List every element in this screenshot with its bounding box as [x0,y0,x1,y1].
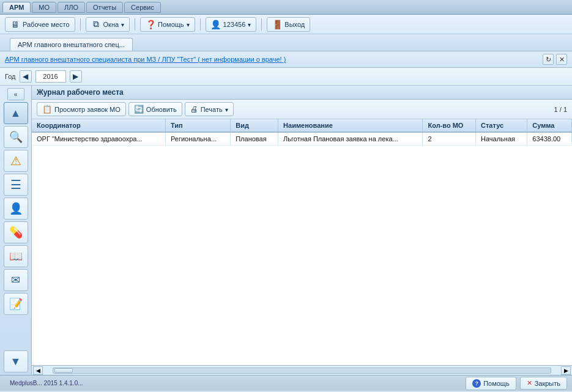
help-bottom-label: Помощь [483,380,510,387]
sidebar-notes-btn[interactable]: 📝 [4,293,28,315]
year-input[interactable] [35,70,66,83]
user-id: 123456 [223,21,246,28]
windows-chevron [121,21,124,28]
refresh-icon-btn[interactable]: ↻ [543,54,554,65]
scrollbar-track[interactable] [53,368,551,374]
sidebar-search-btn[interactable]: 🔍 [4,126,28,148]
toolbar: 📋 Просмотр заявок МО 🔄 Обновить 🖨 Печать… [32,100,572,119]
tab-mo[interactable]: МО [32,2,56,13]
menu-bar: 🖥 Рабочее место ⧉ Окна ❓ Помощь 👤 123456… [0,15,572,34]
sidebar-list-btn[interactable]: ☰ [4,174,28,196]
close-bottom-label: Закрыть [535,380,560,387]
help-bottom-btn[interactable]: ? Помощь [466,377,516,390]
sep1 [80,18,81,31]
close-bottom-icon: ✕ [527,379,532,387]
sidebar-up-btn[interactable]: ▲ [4,102,28,124]
title-bar: АРМ МО ЛЛО Отчеты Сервис [0,0,572,15]
col-name: Наименование [278,119,423,132]
sidebar-mail-btn[interactable]: ✉ [4,269,28,291]
sep3 [200,18,201,31]
refresh-label: Обновить [146,106,177,113]
windows-icon: ⧉ [91,20,101,29]
windows-label: Окна [103,21,119,28]
panel-title: Журнал рабочего места [37,88,124,97]
sidebar-down-btn[interactable]: ▼ [4,350,28,372]
sidebar-medication-btn[interactable]: 💊 [4,221,28,243]
col-amount: Сумма [527,119,572,132]
sep2 [135,18,135,31]
help-menu[interactable]: ❓ Помощь [140,17,195,32]
col-status: Статус [476,119,527,132]
help-bottom-icon: ? [472,379,481,388]
user-icon: 👤 [211,20,221,29]
table-header-row: Координатор Тип Вид Наименование Кол-во … [32,119,572,132]
sidebar-collapse-btn[interactable]: « [7,88,24,100]
scroll-left-btn[interactable]: ◀ [33,366,43,375]
bottom-bar: MedplusB... 2015 1.4.1.0... ? Помощь ✕ З… [0,375,572,391]
workplace-menu[interactable]: 🖥 Рабочее место [5,17,75,32]
sidebar: « ▲ 🔍 ⚠ ☰ 👤 💊 📖 ✉ 📝 ▼ [0,86,32,375]
refresh-btn[interactable]: 🔄 Обновить [128,102,182,116]
col-type: Тип [165,119,230,132]
tab-llo[interactable]: ЛЛО [58,2,85,13]
help-label: Помощь [158,21,184,28]
pagination: 1 / 1 [554,106,567,113]
user-chevron [248,21,251,28]
col-mo-count: Кол-во МО [423,119,476,132]
exit-btn[interactable]: 🚪 Выход [267,17,310,32]
close-icon-btn[interactable]: ✕ [556,54,567,65]
print-btn[interactable]: 🖨 Печать [185,102,234,116]
print-chevron [225,106,228,113]
year-prev-btn[interactable]: ◀ [20,70,32,83]
tab-arm[interactable]: АРМ [2,2,31,12]
exit-icon: 🚪 [272,20,282,29]
print-label: Печать [201,106,223,113]
table-cell: Региональна... [165,132,230,146]
exit-label: Выход [284,21,305,28]
help-chevron [187,21,190,28]
sidebar-book-btn[interactable]: 📖 [4,245,28,267]
view-mo-label: Просмотр заявок МО [54,106,121,113]
table-cell: ОРГ "Министерство здравоохра... [32,132,165,146]
year-bar: Год ◀ ▶ [0,68,572,86]
scrollbar-area: ◀ ▶ [32,365,572,375]
sidebar-warning-btn[interactable]: ⚠ [4,150,28,172]
windows-menu[interactable]: ⧉ Окна [86,17,130,32]
close-bottom-btn[interactable]: ✕ Закрыть [520,377,567,390]
year-next-btn[interactable]: ▶ [70,70,82,83]
scroll-right-btn[interactable]: ▶ [561,366,571,375]
tab-reports[interactable]: Отчеты [86,2,123,13]
view-mo-btn[interactable]: 📋 Просмотр заявок МО [37,102,126,116]
info-bar-icons: ↻ ✕ [543,54,567,65]
table-cell: Начальная [476,132,527,146]
col-coordinator: Координатор [32,119,165,132]
table-cell: 63438.00 [527,132,572,146]
year-label: Год [5,73,16,80]
table-row[interactable]: ОРГ "Министерство здравоохра...Региональ… [32,132,572,146]
workspace-tab[interactable]: АРМ главного внештатного спец... [10,38,133,51]
table-cell: 2 [423,132,476,146]
main-table: Координатор Тип Вид Наименование Кол-во … [32,119,572,146]
info-text[interactable]: АРМ главного внештатного специалиста при… [5,56,286,63]
sep4 [261,18,262,31]
table-cell: Льготная Плановая заявка на лека... [278,132,423,146]
user-menu[interactable]: 👤 123456 [206,17,257,32]
view-mo-icon: 📋 [42,105,52,114]
sidebar-person-btn[interactable]: 👤 [4,198,28,220]
info-bar: АРМ главного внештатного специалиста при… [0,51,572,68]
workplace-label: Рабочее место [23,21,70,28]
print-icon: 🖨 [190,105,198,114]
panel-header: Журнал рабочего места [32,86,572,100]
status-text: MedplusB... 2015 1.4.1.0... [10,380,83,386]
content-panel: Журнал рабочего места 📋 Просмотр заявок … [32,86,572,375]
main-area: « ▲ 🔍 ⚠ ☰ 👤 💊 📖 ✉ 📝 ▼ Журнал рабочего ме… [0,86,572,375]
workplace-icon: 🖥 [10,20,20,29]
refresh-icon: 🔄 [134,105,144,114]
help-icon: ❓ [146,20,155,29]
table-wrapper: Координатор Тип Вид Наименование Кол-во … [32,119,572,365]
col-view: Вид [231,119,278,132]
tab-service[interactable]: Сервис [124,2,161,13]
table-cell: Плановая [231,132,278,146]
